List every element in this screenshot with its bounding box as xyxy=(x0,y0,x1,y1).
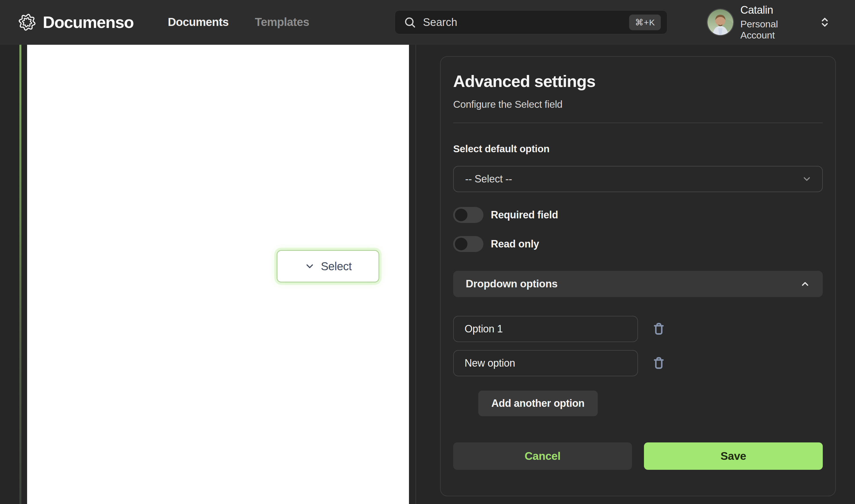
main-nav: Documents Templates xyxy=(168,16,309,29)
chevron-up-icon xyxy=(800,279,810,289)
page-accent-rail xyxy=(19,45,21,504)
save-button[interactable]: Save xyxy=(644,443,823,470)
workspace: Select Advanced settings Configure the S… xyxy=(0,45,855,504)
brand-logo[interactable]: Documenso xyxy=(18,13,133,32)
account-name: Catalin xyxy=(740,4,812,16)
nav-item-templates[interactable]: Templates xyxy=(255,16,309,29)
panel-footer: Cancel Save xyxy=(453,443,823,470)
account-menu-trigger[interactable]: Catalin Personal Account xyxy=(707,0,831,44)
document-select-field-label: Select xyxy=(321,260,352,273)
default-option-label: Select default option xyxy=(453,143,823,155)
required-field-row: Required field xyxy=(453,207,823,223)
toggle-knob xyxy=(455,209,467,221)
option-row xyxy=(453,350,823,376)
delete-option-button[interactable] xyxy=(651,321,666,337)
search-shortcut-badge: ⌘+K xyxy=(629,15,661,30)
required-field-label: Required field xyxy=(491,209,558,221)
option-input-1[interactable] xyxy=(453,316,638,342)
required-field-toggle[interactable] xyxy=(453,207,483,223)
account-type: Personal Account xyxy=(740,19,812,41)
brand-name: Documenso xyxy=(43,13,133,32)
chevron-down-icon xyxy=(802,174,812,184)
read-only-row: Read only xyxy=(453,236,823,252)
account-text: Catalin Personal Account xyxy=(740,4,812,41)
nav-item-documents[interactable]: Documents xyxy=(168,16,228,29)
advanced-settings-panel: Advanced settings Configure the Select f… xyxy=(440,56,836,496)
panel-title: Advanced settings xyxy=(453,72,823,91)
document-page: Select xyxy=(27,45,409,504)
add-another-option-button[interactable]: Add another option xyxy=(478,391,598,416)
delete-option-button[interactable] xyxy=(651,355,666,372)
document-select-field[interactable]: Select xyxy=(277,250,379,283)
dropdown-options-header[interactable]: Dropdown options xyxy=(453,271,823,297)
option-row xyxy=(453,316,823,342)
search-icon xyxy=(404,16,416,29)
default-option-select[interactable]: -- Select -- xyxy=(453,166,823,192)
toggle-knob xyxy=(455,238,467,250)
panel-divider xyxy=(453,123,823,123)
read-only-label: Read only xyxy=(491,238,539,250)
cancel-button[interactable]: Cancel xyxy=(453,443,632,470)
read-only-toggle[interactable] xyxy=(453,236,483,252)
trash-icon xyxy=(651,321,666,337)
avatar xyxy=(707,8,734,36)
search-placeholder: Search xyxy=(423,16,629,29)
option-input-2[interactable] xyxy=(453,350,638,376)
top-navbar: Documenso Documents Templates Search ⌘+K xyxy=(0,0,855,44)
documenso-seal-icon xyxy=(18,13,36,32)
trash-icon xyxy=(651,355,666,372)
content-divider xyxy=(415,45,416,504)
default-option-value: -- Select -- xyxy=(465,173,802,185)
panel-subtitle: Configure the Select field xyxy=(453,98,823,110)
search-input[interactable]: Search ⌘+K xyxy=(395,10,667,34)
dropdown-options-title: Dropdown options xyxy=(466,278,800,290)
chevron-down-icon xyxy=(304,261,315,272)
chevrons-up-down-icon xyxy=(819,15,831,30)
